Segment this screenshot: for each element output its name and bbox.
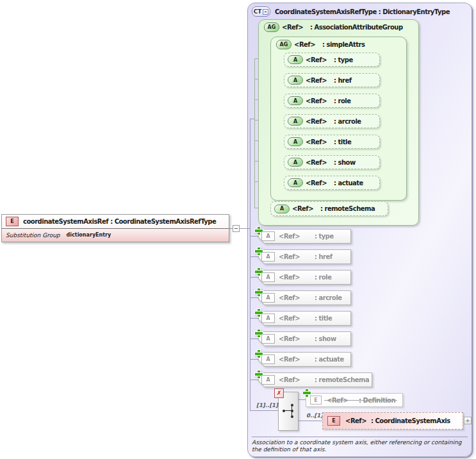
attribute-name: : actuate xyxy=(334,179,363,187)
ref-label: <Ref> xyxy=(306,56,334,63)
ref-label: <Ref> xyxy=(306,159,334,166)
complex-type-badge: CT xyxy=(252,6,270,17)
complex-type-title: CoordinateSystemAxisRefType : Dictionary… xyxy=(275,8,450,15)
connector-line xyxy=(250,338,258,339)
attribute-group-badge: AG xyxy=(276,40,291,49)
ref-label: <Ref> xyxy=(292,205,320,212)
inherited-attribute-row-href[interactable]: A <Ref> : href xyxy=(258,249,351,264)
ref-label: <Ref> xyxy=(279,376,315,383)
element-row-definition[interactable]: E <Ref> : Definition xyxy=(306,393,403,407)
ref-label: <Ref> xyxy=(294,41,322,48)
element-header: E coordinateSystemAxisRef : CoordinateSy… xyxy=(2,215,229,228)
attribute-row-type[interactable]: A <Ref> : type xyxy=(284,53,380,67)
attribute-badge: A xyxy=(261,252,275,262)
simple-attrs-group-box[interactable]: AG <Ref> : simpleAttrs A <Ref> : type A … xyxy=(270,37,407,201)
attribute-group-name: : simpleAttrs xyxy=(322,41,365,48)
substitution-group-value[interactable]: dictionaryEntry xyxy=(67,232,111,238)
attribute-name: : show xyxy=(334,159,356,166)
substitution-group-label: Substitution Group xyxy=(6,232,60,238)
connector-line xyxy=(250,318,258,319)
attribute-group-header: AG <Ref> : AssociationAttributeGroup xyxy=(264,22,403,32)
connector-line xyxy=(250,380,258,380)
attribute-row-show[interactable]: A <Ref> : show xyxy=(284,155,380,169)
element-badge: E xyxy=(327,416,340,426)
attribute-badge: A xyxy=(261,272,275,282)
connector-line xyxy=(297,421,322,421)
ref-label: <Ref> xyxy=(279,233,315,240)
attribute-name: : title xyxy=(315,315,332,322)
attribute-name: : title xyxy=(334,138,351,146)
ref-label: <Ref> xyxy=(279,356,315,363)
attribute-badge: A xyxy=(288,178,303,187)
attribute-name: : href xyxy=(315,253,332,260)
annotation-text: Association to a coordinate system axis,… xyxy=(252,439,471,453)
ref-label: <Ref> xyxy=(279,274,315,281)
element-title: coordinateSystemAxisRef : CoordinateSyst… xyxy=(23,218,216,225)
attribute-row-arcrole[interactable]: A <Ref> : arcrole xyxy=(284,114,380,128)
attribute-row-href[interactable]: A <Ref> : href xyxy=(284,73,380,87)
attribute-row-remoteschema[interactable]: A <Ref> : remoteSchema xyxy=(270,201,388,216)
attribute-group-badge: AG xyxy=(264,22,279,32)
attribute-badge: A xyxy=(288,158,303,167)
strikethrough-line xyxy=(324,400,397,401)
cardinality-label: [1]..[1] xyxy=(256,402,278,408)
global-element-box[interactable]: E coordinateSystemAxisRef : CoordinateSy… xyxy=(1,214,229,242)
collapse-icon[interactable] xyxy=(263,9,268,15)
inherited-attribute-row-type[interactable]: A <Ref> : type xyxy=(258,229,351,244)
remove-icon[interactable]: ✗ xyxy=(274,388,284,398)
attribute-name: : type xyxy=(334,56,353,63)
connector-line xyxy=(250,277,258,278)
attribute-group-name: : AssociationAttributeGroup xyxy=(310,24,403,31)
element-badge: E xyxy=(310,396,322,405)
attribute-badge: A xyxy=(261,313,275,323)
attribute-badge: A xyxy=(274,204,290,213)
attribute-badge: A xyxy=(261,355,275,364)
ref-label: <Ref> xyxy=(279,335,315,342)
inherited-attribute-row-show[interactable]: A <Ref> : show xyxy=(258,331,351,346)
collapse-toggle[interactable] xyxy=(233,225,240,232)
inherited-attribute-row-actuate[interactable]: A <Ref> : actuate xyxy=(258,352,351,367)
attribute-badge: A xyxy=(261,375,275,385)
attribute-badge: A xyxy=(288,117,303,126)
ref-label: <Ref> xyxy=(279,253,315,260)
attribute-badge: A xyxy=(288,55,303,64)
cardinality-label: 0..[1] xyxy=(306,412,323,419)
inherited-attribute-row-arcrole[interactable]: A <Ref> : arcrole xyxy=(258,290,351,305)
choice-icon xyxy=(283,404,295,418)
connector-line xyxy=(250,410,278,411)
connector-line xyxy=(250,236,258,237)
attribute-row-title[interactable]: A <Ref> : title xyxy=(284,135,380,149)
ref-label: <Ref> xyxy=(306,97,334,104)
simple-attrs-header: AG <Ref> : simpleAttrs xyxy=(276,40,365,49)
element-row-coordinatesystemaxis[interactable]: E <Ref> : CoordinateSystemAxis xyxy=(322,412,463,430)
connector-line xyxy=(250,256,258,257)
ref-label: <Ref> xyxy=(306,138,334,146)
connector-line xyxy=(250,359,258,360)
ref-label: <Ref> xyxy=(306,77,334,84)
annotation-divider xyxy=(252,437,468,437)
attribute-row-role[interactable]: A <Ref> : role xyxy=(284,94,380,108)
inherited-attribute-row-role[interactable]: A <Ref> : role xyxy=(258,270,351,285)
element-badge: E xyxy=(6,217,19,226)
ref-label: <Ref> xyxy=(345,417,371,424)
attribute-badge: A xyxy=(288,76,303,85)
attribute-badge: A xyxy=(261,334,275,344)
attribute-name: : role xyxy=(315,274,332,281)
schema-diagram-canvas: CT CoordinateSystemAxisRefType : Diction… xyxy=(0,0,476,459)
expand-button[interactable]: + xyxy=(464,417,472,424)
ref-label: <Ref> xyxy=(279,315,315,322)
attribute-group-box[interactable]: AG <Ref> : AssociationAttributeGroup AG … xyxy=(258,19,419,226)
ref-label: <Ref> xyxy=(282,24,310,31)
attribute-name: : arcrole xyxy=(315,294,342,301)
ref-label: <Ref> xyxy=(279,294,315,301)
attribute-badge: A xyxy=(288,96,303,105)
attribute-name: : arcrole xyxy=(334,118,361,125)
attribute-badge: A xyxy=(261,293,275,303)
attribute-badge: A xyxy=(261,231,275,241)
attribute-row-actuate[interactable]: A <Ref> : actuate xyxy=(284,176,380,190)
attribute-name: : show xyxy=(315,335,336,342)
inherited-attribute-row-remoteschema[interactable]: A <Ref> : remoteSchema xyxy=(258,372,372,387)
connector-line xyxy=(254,58,255,208)
complex-type-badge-label: CT xyxy=(254,8,262,15)
inherited-attribute-row-title[interactable]: A <Ref> : title xyxy=(258,311,351,326)
